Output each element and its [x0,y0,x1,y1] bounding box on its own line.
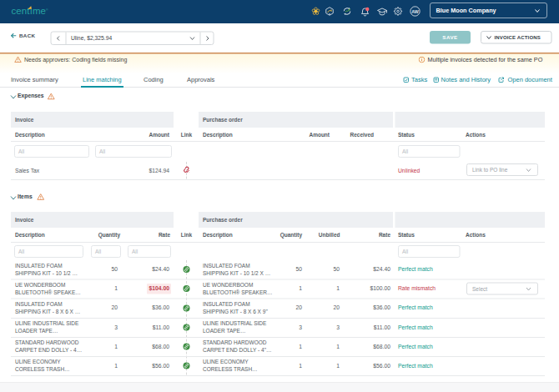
svg-text:AW: AW [411,9,419,14]
